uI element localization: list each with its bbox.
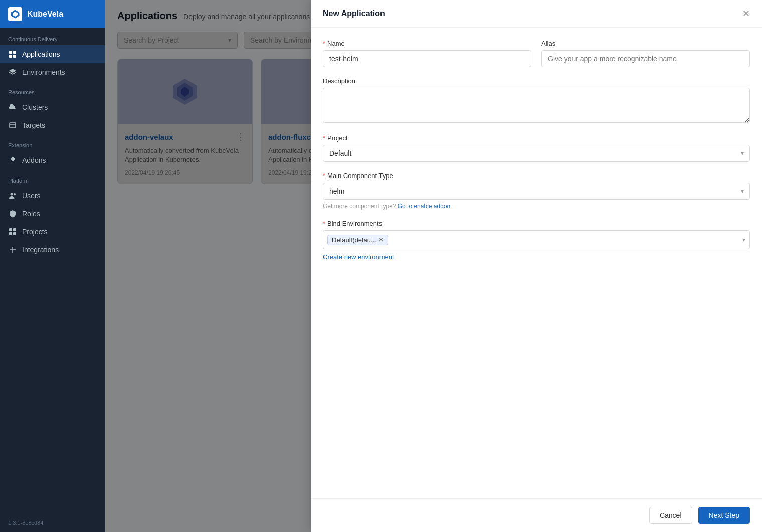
- sidebar-item-label: Projects: [22, 228, 48, 236]
- svg-rect-12: [9, 232, 12, 235]
- env-tag-remove[interactable]: ✕: [378, 236, 384, 243]
- create-env-link[interactable]: Create new environment: [323, 253, 394, 261]
- close-icon[interactable]: ✕: [742, 9, 750, 18]
- alias-group: Alias: [541, 40, 750, 67]
- cancel-button[interactable]: Cancel: [649, 507, 692, 524]
- component-type-select[interactable]: helm: [323, 183, 750, 200]
- name-group: * Name: [323, 40, 531, 67]
- svg-rect-5: [13, 55, 16, 58]
- svg-rect-4: [9, 55, 12, 58]
- svg-rect-2: [9, 51, 12, 54]
- section-label-platform: Platform: [0, 169, 105, 187]
- env-tag-label: Default(defau...: [332, 236, 376, 244]
- grid2-icon: [8, 227, 17, 236]
- sidebar-item-users[interactable]: Users: [0, 187, 105, 205]
- component-type-group: * Main Component Type helm ▾ Get more co…: [323, 172, 750, 210]
- chevron-down-icon: ▾: [742, 236, 745, 243]
- description-input[interactable]: [323, 88, 750, 123]
- enable-addon-link[interactable]: Go to enable addon: [398, 203, 450, 210]
- sidebar-item-addons[interactable]: Addons: [0, 151, 105, 169]
- project-select[interactable]: Default: [323, 145, 750, 162]
- svg-rect-6: [10, 123, 16, 128]
- sidebar-item-label: Applications: [22, 50, 60, 58]
- name-label: * Name: [323, 40, 531, 47]
- layers-icon: [8, 68, 17, 77]
- sidebar-item-label: Roles: [22, 210, 40, 218]
- sidebar-item-targets[interactable]: Targets: [0, 116, 105, 134]
- puzzle-icon: [8, 156, 17, 165]
- svg-point-9: [14, 193, 16, 195]
- kubevela-logo: [8, 7, 22, 21]
- project-label: * Project: [323, 134, 750, 142]
- modal-footer: Cancel Next Step: [311, 498, 762, 532]
- sidebar-item-applications[interactable]: Applications: [0, 45, 105, 63]
- sidebar-item-label: Addons: [22, 156, 46, 164]
- svg-point-8: [11, 193, 13, 196]
- env-tag: Default(defau... ✕: [327, 235, 388, 245]
- sidebar-item-label: Environments: [22, 68, 65, 76]
- modal-title: New Application: [323, 9, 385, 18]
- sidebar-header: KubeVela: [0, 0, 105, 28]
- sidebar-item-roles[interactable]: Roles: [0, 205, 105, 223]
- app-name: KubeVela: [27, 10, 63, 19]
- modal-body: * Name Alias Description * Pro: [311, 28, 762, 498]
- bind-environments-group: * Bind Environments Default(defau... ✕ ▾…: [323, 220, 750, 261]
- svg-rect-13: [13, 232, 16, 235]
- modal-header: New Application ✕: [311, 0, 762, 28]
- sidebar-item-label: Users: [22, 192, 41, 200]
- users-icon: [8, 191, 17, 200]
- grid-icon: [8, 50, 17, 59]
- app-version: 1.3.1-8e8cd84: [0, 514, 105, 532]
- section-label-resources: Resources: [0, 81, 105, 98]
- sidebar-item-label: Targets: [22, 121, 45, 129]
- component-type-select-wrapper: helm ▾: [323, 183, 750, 200]
- bind-environments-label: * Bind Environments: [323, 220, 750, 227]
- sidebar-item-clusters[interactable]: Clusters: [0, 98, 105, 116]
- svg-rect-11: [13, 228, 16, 231]
- component-type-hint: Get more component type? Go to enable ad…: [323, 203, 750, 210]
- sidebar-item-label: Clusters: [22, 103, 48, 111]
- bind-environments-input[interactable]: Default(defau... ✕ ▾: [323, 230, 750, 249]
- svg-rect-10: [9, 228, 12, 231]
- link-icon: [8, 245, 17, 254]
- next-step-button[interactable]: Next Step: [698, 507, 750, 524]
- name-alias-row: * Name Alias: [323, 40, 750, 67]
- section-label-continuous-delivery: Continuous Delivery: [0, 28, 105, 45]
- sidebar-item-integrations[interactable]: Integrations: [0, 241, 105, 259]
- cloud-icon: [8, 103, 17, 112]
- project-select-wrapper: Default ▾: [323, 145, 750, 162]
- alias-input[interactable]: [541, 50, 750, 67]
- project-group: * Project Default ▾: [323, 134, 750, 162]
- shield-icon: [8, 209, 17, 218]
- description-label: Description: [323, 77, 750, 85]
- component-type-label: * Main Component Type: [323, 172, 750, 180]
- name-input[interactable]: [323, 50, 531, 67]
- svg-rect-3: [13, 51, 16, 54]
- new-application-modal: New Application ✕ * Name Alias Descri: [311, 0, 762, 532]
- section-label-extension: Extension: [0, 134, 105, 151]
- alias-label: Alias: [541, 40, 750, 47]
- sidebar-item-environments[interactable]: Environments: [0, 63, 105, 81]
- target-icon: [8, 121, 17, 130]
- description-group: Description: [323, 77, 750, 124]
- sidebar-item-projects[interactable]: Projects: [0, 223, 105, 241]
- sidebar-item-label: Integrations: [22, 246, 59, 254]
- sidebar: KubeVela Continuous Delivery Application…: [0, 0, 105, 532]
